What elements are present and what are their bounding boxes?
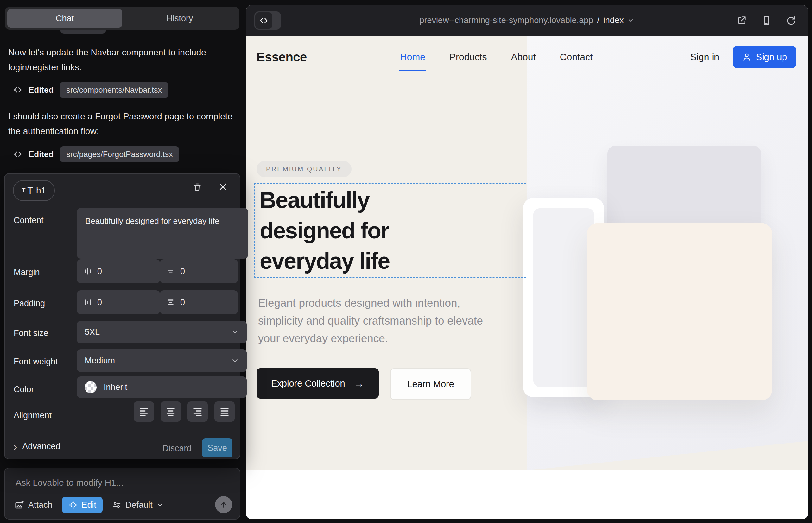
assistant-message-1: Now let's update the Navbar component to… [8, 45, 233, 75]
learn-more-button[interactable]: Learn More [390, 368, 471, 400]
padding-vertical-icon [166, 298, 175, 307]
hero-heading-line-3: everyday life [260, 246, 390, 276]
site-canvas: Essence Home Products About Contact Sign… [246, 36, 808, 519]
send-button[interactable] [215, 496, 232, 513]
nav-link-products[interactable]: Products [449, 52, 487, 62]
edited-label: Edited [29, 149, 54, 159]
attach-label: Attach [28, 500, 53, 510]
preview-window: preview--charming-site-symphony.lovable.… [246, 5, 808, 519]
align-center-button[interactable] [161, 401, 181, 422]
url-separator: / [597, 16, 600, 25]
user-icon [742, 52, 752, 62]
file-pill-navbar[interactable]: src/components/Navbar.tsx [60, 82, 168, 98]
margin-vertical-input[interactable]: 0 [160, 259, 238, 283]
mode-label: Default [125, 500, 153, 510]
code-icon [13, 86, 22, 94]
font-size-label: Font size [14, 328, 49, 338]
advanced-label: Advanced [22, 441, 60, 451]
assistant-message-2: I should also create a Forgot Password p… [8, 109, 233, 139]
align-justify-button[interactable] [214, 401, 235, 422]
font-weight-label: Font weight [14, 357, 58, 366]
nav-link-contact[interactable]: Contact [560, 52, 593, 62]
font-weight-select[interactable]: Medium [77, 349, 247, 372]
edit-row-forgot-password: Edited src/pages/ForgotPassword.tsx [13, 146, 179, 162]
decor-white-card-inset [533, 208, 594, 387]
premium-quality-badge: PREMIUM QUALITY [257, 161, 352, 177]
text-type-icon: T [27, 185, 33, 196]
close-icon[interactable] [218, 182, 228, 192]
padding-vertical-input[interactable]: 0 [160, 290, 238, 314]
mode-select[interactable]: Default [112, 500, 163, 510]
nav-links: Home Products About Contact [400, 36, 593, 78]
browser-chrome: preview--charming-site-symphony.lovable.… [246, 5, 808, 36]
mobile-device-icon[interactable] [761, 15, 772, 26]
trash-icon[interactable] [192, 182, 202, 192]
content-textarea[interactable]: Beautifully designed for everyday life [77, 208, 248, 259]
chevron-down-icon [231, 328, 239, 336]
color-select[interactable]: Inherit [77, 376, 247, 398]
edit-mode-label: Edit [82, 500, 96, 510]
margin-horizontal-input[interactable]: 0 [77, 259, 160, 283]
site-logo[interactable]: Essence [257, 36, 307, 78]
chevron-down-icon [628, 17, 634, 24]
sign-up-button[interactable]: Sign up [733, 46, 796, 68]
align-left-button[interactable] [134, 401, 154, 422]
align-right-button[interactable] [188, 401, 208, 422]
padding-label: Padding [14, 299, 45, 308]
sign-up-label: Sign up [756, 52, 787, 62]
edit-mode-button[interactable]: Edit [62, 497, 103, 513]
attach-button[interactable]: Attach [14, 500, 53, 510]
margin-label: Margin [14, 268, 40, 277]
padding-vertical-value: 0 [180, 297, 185, 307]
open-in-new-tab-icon[interactable] [736, 15, 747, 26]
padding-horizontal-value: 0 [97, 297, 102, 307]
next-section-background [246, 470, 808, 519]
chevron-down-icon [231, 357, 239, 365]
url-bar[interactable]: preview--charming-site-symphony.lovable.… [246, 5, 808, 36]
tab-chat[interactable]: Chat [7, 9, 122, 28]
composer-placeholder: Ask Lovable to modify H1... [16, 478, 124, 488]
hero-heading-line-2: designed for [260, 215, 390, 246]
url-domain: preview--charming-site-symphony.lovable.… [420, 16, 594, 25]
site-navbar: Essence Home Products About Contact Sign… [246, 36, 808, 78]
nav-link-about[interactable]: About [511, 52, 535, 62]
alignment-label: Alignment [14, 411, 52, 420]
element-tag-name: h1 [36, 185, 46, 196]
nav-auth: Sign in Sign up [690, 36, 796, 78]
advanced-toggle[interactable]: › Advanced [14, 441, 60, 451]
sign-in-link[interactable]: Sign in [690, 52, 719, 62]
hero-cta-row: Explore Collection → Learn More [257, 368, 471, 400]
attach-image-icon [14, 500, 24, 510]
align-left-icon [138, 405, 150, 418]
explore-collection-label: Explore Collection [271, 378, 345, 389]
element-editor-panel: T T h1 Content Beautifully designed for … [4, 173, 240, 459]
padding-horizontal-input[interactable]: 0 [77, 290, 160, 314]
element-tag-pill[interactable]: T T h1 [13, 180, 55, 201]
chevron-down-icon [156, 502, 163, 508]
margin-vertical-icon [166, 267, 175, 276]
explore-collection-button[interactable]: Explore Collection → [257, 368, 379, 399]
save-button[interactable]: Save [202, 438, 232, 457]
file-pill-forgot-password[interactable]: src/pages/ForgotPassword.tsx [60, 146, 179, 162]
hero-heading[interactable]: Beautifully designed for everyday life [260, 185, 390, 276]
edited-label: Edited [29, 85, 54, 95]
margin-horizontal-icon [83, 267, 92, 276]
code-icon [13, 150, 22, 159]
chrome-actions [736, 5, 796, 36]
font-size-select[interactable]: 5XL [77, 321, 247, 343]
decor-beige-card [587, 223, 772, 400]
nav-link-home[interactable]: Home [400, 52, 425, 62]
chat-composer[interactable]: Ask Lovable to modify H1... Attach Edit … [4, 468, 240, 520]
hero-paragraph: Elegant products designed with intention… [258, 294, 499, 347]
margin-horizontal-value: 0 [97, 267, 102, 276]
padding-horizontal-icon [83, 298, 92, 307]
sidebar-tabs: Chat History [5, 7, 240, 30]
tab-history[interactable]: History [122, 9, 237, 28]
discard-button[interactable]: Discard [162, 444, 192, 453]
content-label: Content [14, 216, 44, 226]
arrow-up-icon [219, 500, 228, 509]
target-icon [68, 500, 78, 510]
margin-vertical-value: 0 [180, 267, 185, 276]
refresh-icon[interactable] [786, 15, 796, 26]
align-right-icon [192, 405, 204, 418]
